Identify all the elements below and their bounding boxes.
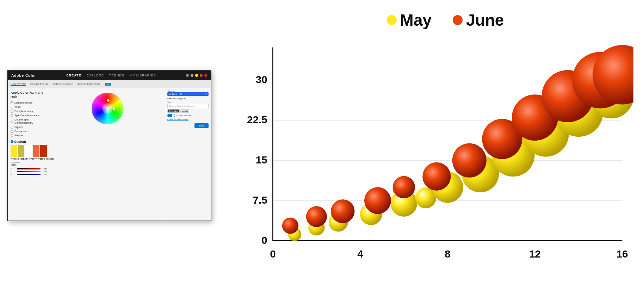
wheel-dot-white[interactable] <box>112 107 115 110</box>
tab-new-badge: New <box>105 83 111 86</box>
y-label-22.5: 22.5 <box>247 114 267 125</box>
radio-double-circle <box>11 120 13 123</box>
slider-b: B 28 <box>11 173 47 175</box>
y-label-15: 15 <box>256 154 267 166</box>
radio-monochromatic[interactable]: Monochromatic <box>11 101 47 104</box>
radio-complementary[interactable]: Complementary <box>11 110 47 113</box>
chart-legend: May June <box>222 7 633 37</box>
tab-extract-theme[interactable]: Extract Theme <box>30 82 49 86</box>
color-wheel-container <box>53 93 162 124</box>
save-button[interactable]: Save <box>194 123 209 128</box>
swatch-orange[interactable] <box>33 145 40 157</box>
slider-b-val: 28 <box>42 173 47 175</box>
y-label-30: 30 <box>256 74 267 85</box>
radio-shades[interactable]: Shades <box>11 134 47 137</box>
publish-text: Publish to Color <box>177 114 191 117</box>
slider-g-bar[interactable] <box>17 171 41 172</box>
window-tabs: Color Wheel Extract Theme Extract Gradie… <box>8 80 211 88</box>
radio-triad-label: Triad <box>14 105 20 109</box>
bubble-june-0[interactable] <box>282 217 298 234</box>
wheel-overlay <box>102 103 113 114</box>
bubble-june-4[interactable] <box>393 176 415 198</box>
swatch-white[interactable] <box>25 145 32 157</box>
adobe-color-window: Adobe Color CREATE EXPLORE TRENDS MY LIB… <box>7 70 211 221</box>
radio-compound-label: Compound <box>14 130 27 133</box>
icon-dot-1 <box>186 74 189 77</box>
radio-square[interactable]: Square <box>11 125 47 129</box>
hex-olive: #C7BA44 <box>20 158 28 160</box>
bubble-june-5[interactable] <box>422 162 451 191</box>
color-wheel[interactable] <box>92 93 123 124</box>
bubble-june-3[interactable] <box>364 187 391 214</box>
y-label-0: 0 <box>261 234 267 246</box>
slider-r: R 255 <box>11 168 47 170</box>
radio-complementary-label: Complementary <box>14 110 33 113</box>
format-colorblind[interactable]: Colorblind <box>167 109 180 113</box>
tag-input[interactable]: Enter or Select from below <box>167 104 209 108</box>
chart-panel: May June <box>218 0 644 291</box>
radio-shades-label: Shades <box>14 134 23 137</box>
radio-triad-circle <box>11 106 13 109</box>
x-label-4: 4 <box>357 248 363 260</box>
radio-split-complementary[interactable]: Split Complementary <box>11 114 47 117</box>
tab-extract-gradient[interactable]: Extract Gradient <box>53 82 73 86</box>
bubble-june-2[interactable] <box>331 199 355 223</box>
radio-square-circle <box>11 126 13 129</box>
harmony-radio-group: Monochromatic Triad Complementary Split … <box>11 101 47 137</box>
legend-dot-may <box>387 15 397 25</box>
radio-shades-circle <box>11 134 13 137</box>
publish-toggle[interactable]: Publish to Color <box>167 114 209 117</box>
toggle-track <box>167 114 175 117</box>
swatch-red[interactable] <box>40 145 47 157</box>
x-label-0: 0 <box>270 248 275 260</box>
radio-double-split[interactable]: Double Split Complementary <box>11 118 47 124</box>
icon-dot-yellow <box>195 74 198 77</box>
slider-b-label: B <box>11 173 16 175</box>
radio-compound[interactable]: Compound <box>11 130 47 133</box>
slider-g-val: 233 <box>42 171 47 173</box>
adobe-color-panel: Adobe Color CREATE EXPLORE TRENDS MY LIB… <box>0 0 218 291</box>
legend-dot-june <box>453 15 463 25</box>
x-label-12: 12 <box>529 248 541 260</box>
save-dropdown-text: My Library_20 <box>169 93 182 95</box>
y-label-7.5: 7.5 <box>253 194 267 206</box>
x-label-16: 16 <box>617 248 628 260</box>
tab-accessibility[interactable]: Accessibility Tools <box>78 82 100 86</box>
custom-label: Custom <box>11 140 47 143</box>
harmony-title: Apply Color Harmony Rule <box>11 91 47 99</box>
rgb-btn[interactable]: RGB <box>11 163 17 166</box>
harmony-sidebar: Apply Color Harmony Rule Monochromatic T… <box>8 88 50 221</box>
format-usage[interactable]: Usage <box>180 109 189 113</box>
save-dropdown[interactable]: My Library_20 ▼ <box>167 92 209 96</box>
custom-dot <box>11 140 13 143</box>
swatch-olive[interactable] <box>18 145 25 157</box>
color-sliders: R 255 G 233 B 28 <box>11 168 47 175</box>
slider-g: G 233 <box>11 171 47 173</box>
wheel-dot-yellow[interactable] <box>107 99 110 102</box>
slider-g-label: G <box>11 171 16 173</box>
hex-white: #FFFFFF <box>29 158 37 160</box>
slider-r-bar[interactable] <box>17 168 41 169</box>
slider-r-val: 255 <box>42 168 47 170</box>
slider-r-label: R <box>11 168 16 170</box>
slider-b-bar[interactable] <box>17 174 41 175</box>
swatch-yellow[interactable] <box>11 145 17 157</box>
nav-trends[interactable]: TRENDS <box>109 74 124 77</box>
topbar-nav: CREATE EXPLORE TRENDS MY LIBRARIES <box>66 74 156 77</box>
nav-libraries[interactable]: MY LIBRARIES <box>130 74 156 77</box>
radio-triad[interactable]: Triad <box>11 105 47 109</box>
radio-double-label: Double Split Complementary <box>14 118 47 124</box>
swatch-labels: #FFE91C #C7BA44 #FFFFFF #F56140 #C22D07 <box>11 158 47 160</box>
radio-compound-circle <box>11 130 13 133</box>
bubble-june-1[interactable] <box>306 206 327 227</box>
bubble-june-6[interactable] <box>452 143 487 178</box>
radio-complementary-circle <box>11 110 13 113</box>
nav-create[interactable]: CREATE <box>66 74 81 77</box>
nav-explore[interactable]: EXPLORE <box>86 74 104 77</box>
radio-split-circle <box>11 114 13 117</box>
main-color-area <box>50 88 165 221</box>
toggle-thumb <box>172 114 175 117</box>
right-panel-inner: Save for My Library_20 ▼ yellowAnalogous… <box>165 88 211 221</box>
tab-color-wheel[interactable]: Color Wheel <box>11 82 26 86</box>
check-accessibility-link[interactable]: Check for Accessibility <box>167 118 209 120</box>
